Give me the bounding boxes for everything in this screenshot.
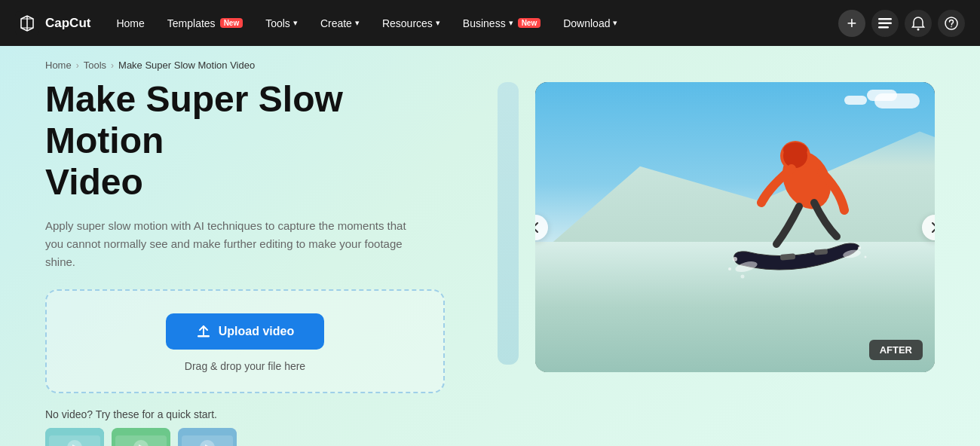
business-badge: New [518,18,541,28]
svg-point-6 [951,26,952,27]
notifications-button[interactable] [905,10,932,37]
upload-box: Upload video Drag & drop your file here [45,289,445,393]
create-plus-button[interactable]: + [838,10,865,37]
svg-point-28 [733,257,737,261]
upload-icon [196,324,211,339]
snowboarder [724,105,874,319]
svg-rect-7 [198,335,210,338]
help-button[interactable] [938,10,965,37]
quick-start-thumb-2[interactable] [112,428,170,446]
svg-point-30 [741,275,745,279]
quick-start-thumbnails [45,428,467,446]
navbar: CapCut Home Templates New Tools ▾ Create… [0,0,980,46]
svg-point-29 [728,267,731,270]
breadcrumb-sep-1: › [76,60,79,71]
nav-actions: + [838,10,965,37]
breadcrumb-home[interactable]: Home [45,60,72,71]
nav-download[interactable]: Download ▾ [554,13,626,34]
left-panel: Make Super Slow MotionVideo Apply super … [45,78,467,446]
nav-home[interactable]: Home [107,13,153,34]
drag-drop-hint: Drag & drop your file here [185,360,305,372]
svg-rect-2 [878,22,892,24]
nav-business[interactable]: Business ▾ New [454,13,550,34]
svg-rect-3 [878,26,889,29]
nav-create[interactable]: Create ▾ [311,13,369,34]
content-area: Make Super Slow MotionVideo Apply super … [0,71,980,446]
create-chevron: ▾ [355,18,360,28]
logo-text: CapCut [45,16,90,31]
page-title: Make Super Slow MotionVideo [45,78,467,203]
quick-start-thumb-1[interactable] [45,428,104,446]
cloud-3 [844,96,867,105]
after-badge: AFTER [869,340,923,360]
quick-start-thumb-3[interactable] [178,428,237,446]
tools-chevron: ▾ [293,18,298,28]
breadcrumb-current: Make Super Slow Motion Video [118,60,255,71]
business-chevron: ▾ [509,18,513,28]
svg-point-31 [858,246,861,249]
logo[interactable]: CapCut [15,11,90,35]
video-background [535,82,935,372]
resources-chevron: ▾ [436,18,440,28]
page-description: Apply super slow motion with AI techniqu… [45,217,422,271]
nav-templates[interactable]: Templates New [158,13,252,34]
breadcrumb-tools[interactable]: Tools [84,60,106,71]
menu-button[interactable] [871,10,899,37]
svg-point-23 [783,142,807,157]
main-content: Home › Tools › Make Super Slow Motion Vi… [0,46,980,446]
download-chevron: ▾ [613,18,617,28]
breadcrumb: Home › Tools › Make Super Slow Motion Vi… [0,46,980,71]
quick-start-label: No video? Try these for a quick start. [45,408,467,420]
left-strip-decoration [498,82,519,365]
cloud-2 [867,90,897,101]
svg-point-4 [917,28,920,30]
nav-tools[interactable]: Tools ▾ [256,13,307,34]
video-preview: AFTER [535,82,935,372]
templates-badge: New [220,18,243,28]
breadcrumb-sep-2: › [111,60,114,71]
upload-video-button[interactable]: Upload video [166,313,324,350]
quick-start-section: No video? Try these for a quick start. [45,408,467,446]
nav-resources[interactable]: Resources ▾ [373,13,449,34]
svg-point-32 [865,256,867,258]
right-panel: AFTER [498,78,935,446]
svg-rect-1 [878,18,892,20]
